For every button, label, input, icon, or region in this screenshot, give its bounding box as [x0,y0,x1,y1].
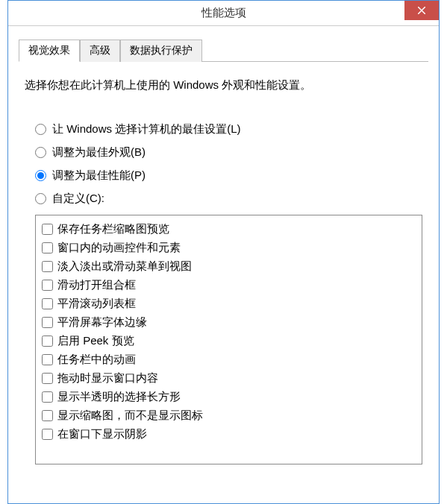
checkbox-label[interactable]: 窗口内的动画控件和元素 [57,241,181,255]
radio-best-performance: 调整为最佳性能(P) [35,168,422,183]
checkbox-item: 淡入淡出或滑动菜单到视图 [42,257,416,276]
radio-best-appearance-label[interactable]: 调整为最佳外观(B) [52,145,146,160]
checkbox-label[interactable]: 滑动打开组合框 [57,278,136,292]
checkbox-item: 在窗口下显示阴影 [42,425,416,444]
checkbox-input[interactable] [42,336,53,347]
tab-content-visual-effects: 选择你想在此计算机上使用的 Windows 外观和性能设置。 让 Windows… [19,62,428,464]
checkbox-input[interactable] [42,317,53,328]
radio-let-windows-input[interactable] [35,124,46,135]
checkbox-input[interactable] [42,391,53,403]
radio-best-performance-label[interactable]: 调整为最佳性能(P) [52,168,146,183]
checkbox-label[interactable]: 显示半透明的选择长方形 [57,390,181,404]
checkbox-item: 任务栏中的动画 [42,350,416,369]
checkbox-item: 显示半透明的选择长方形 [42,388,416,406]
checkbox-list[interactable]: 保存任务栏缩略图预览 窗口内的动画控件和元素 淡入淡出或滑动菜单到视图 滑动打开… [35,215,422,464]
checkbox-label[interactable]: 保存任务栏缩略图预览 [57,222,169,236]
checkbox-label[interactable]: 平滑屏幕字体边缘 [57,315,147,330]
tab-strip: 视觉效果 高级 数据执行保护 [19,40,428,62]
window-title: 性能选项 [201,6,246,20]
checkbox-label[interactable]: 任务栏中的动画 [57,353,136,367]
checkbox-item: 显示缩略图，而不是显示图标 [42,406,416,425]
checkbox-input[interactable] [42,429,53,440]
checkbox-label[interactable]: 拖动时显示窗口内容 [57,371,158,385]
radio-best-appearance: 调整为最佳外观(B) [35,145,422,160]
radio-let-windows-label[interactable]: 让 Windows 选择计算机的最佳设置(L) [52,122,241,136]
close-icon [418,7,425,14]
checkbox-item: 窗口内的动画控件和元素 [42,239,416,257]
tab-advanced[interactable]: 高级 [80,40,120,62]
titlebar: 性能选项 [8,1,439,26]
checkbox-input[interactable] [42,280,53,291]
checkbox-item: 拖动时显示窗口内容 [42,369,416,388]
close-button[interactable] [404,1,439,20]
checkbox-item: 启用 Peek 预览 [42,332,416,350]
checkbox-input[interactable] [42,373,53,384]
radio-let-windows: 让 Windows 选择计算机的最佳设置(L) [35,122,422,136]
checkbox-input[interactable] [42,410,53,421]
checkbox-label[interactable]: 在窗口下显示阴影 [57,427,147,441]
checkbox-label[interactable]: 显示缩略图，而不是显示图标 [57,409,203,423]
window-content: 视觉效果 高级 数据执行保护 选择你想在此计算机上使用的 Windows 外观和… [8,26,439,464]
checkbox-item: 滑动打开组合框 [42,276,416,294]
checkbox-input[interactable] [42,242,53,253]
checkbox-label[interactable]: 淡入淡出或滑动菜单到视图 [57,259,192,274]
radio-custom: 自定义(C): [35,192,422,206]
checkbox-input[interactable] [42,261,53,272]
radio-best-performance-input[interactable] [35,170,46,181]
description-text: 选择你想在此计算机上使用的 Windows 外观和性能设置。 [25,78,422,92]
checkbox-input[interactable] [42,224,53,235]
checkbox-label[interactable]: 启用 Peek 预览 [57,334,134,348]
checkbox-item: 保存任务栏缩略图预览 [42,220,416,239]
checkbox-input[interactable] [42,298,53,309]
tab-visual-effects[interactable]: 视觉效果 [19,40,80,62]
checkbox-label[interactable]: 平滑滚动列表框 [57,297,136,311]
checkbox-input[interactable] [42,354,53,365]
radio-group: 让 Windows 选择计算机的最佳设置(L) 调整为最佳外观(B) 调整为最佳… [35,122,422,206]
radio-custom-input[interactable] [35,193,46,204]
radio-best-appearance-input[interactable] [35,147,46,158]
checkbox-item: 平滑屏幕字体边缘 [42,313,416,332]
checkbox-item: 平滑滚动列表框 [42,294,416,313]
tab-dep[interactable]: 数据执行保护 [120,40,202,62]
performance-options-window: 性能选项 视觉效果 高级 数据执行保护 选择你想在此计算机上使用的 Window… [7,0,440,504]
radio-custom-label[interactable]: 自定义(C): [52,192,104,206]
